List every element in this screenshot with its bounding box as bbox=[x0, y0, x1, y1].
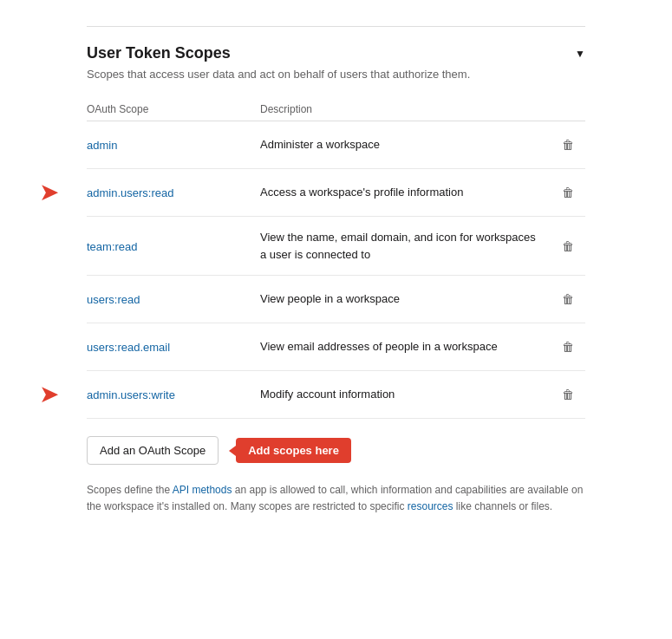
scope-name-users-read-email: users:read.email bbox=[87, 340, 260, 354]
resources-link[interactable]: resources bbox=[408, 500, 453, 512]
section-title-block: User Token Scopes bbox=[87, 44, 231, 62]
trash-icon-admin bbox=[562, 137, 574, 153]
scope-desc-users-read-email: View email addresses of people in a work… bbox=[260, 338, 551, 355]
scope-link-admin-users-write[interactable]: admin.users:write bbox=[87, 388, 175, 401]
main-container: User Token Scopes ▼ Scopes that access u… bbox=[0, 0, 672, 550]
scopes-table: OAuth Scope Description admin Administer… bbox=[87, 98, 585, 419]
add-oauth-scope-button[interactable]: Add an OAuth Scope bbox=[87, 436, 219, 465]
red-arrow-admin-users-write: ➤ bbox=[39, 382, 59, 407]
delete-team-read-button[interactable] bbox=[551, 235, 585, 258]
scope-desc-admin: Administer a workspace bbox=[260, 136, 551, 153]
arrow-container-2: ➤ admin.users:write bbox=[87, 388, 260, 401]
add-scopes-tooltip: Add scopes here bbox=[236, 438, 351, 463]
section-subtitle: Scopes that access user data and act on … bbox=[87, 68, 585, 81]
scope-link-admin[interactable]: admin bbox=[87, 139, 117, 152]
scope-row-users-read-email: users:read.email View email addresses of… bbox=[87, 323, 585, 371]
trash-icon-admin-users-read bbox=[562, 185, 574, 200]
scope-link-users-read-email[interactable]: users:read.email bbox=[87, 341, 170, 354]
scope-name-team-read: team:read bbox=[87, 239, 260, 253]
scope-desc-users-read: View people in a workspace bbox=[260, 290, 551, 308]
scope-link-admin-users-read[interactable]: admin.users:read bbox=[87, 186, 173, 199]
trash-icon-users-read bbox=[562, 291, 574, 307]
section-header: User Token Scopes ▼ bbox=[87, 26, 585, 62]
section-title: User Token Scopes bbox=[87, 44, 231, 62]
add-scope-row: Add an OAuth Scope Add scopes here bbox=[87, 436, 585, 465]
scope-desc-team-read: View the name, email domain, and icon fo… bbox=[260, 229, 551, 263]
scope-link-team-read[interactable]: team:read bbox=[87, 240, 138, 253]
delete-admin-users-write-button[interactable] bbox=[551, 383, 585, 406]
delete-admin-users-read-button[interactable] bbox=[551, 181, 585, 204]
scope-desc-admin-users-read: Access a workspace's profile information bbox=[260, 184, 551, 201]
footer-note-part3: like channels or files. bbox=[453, 500, 552, 512]
scope-row-team-read: team:read View the name, email domain, a… bbox=[87, 217, 585, 276]
scope-desc-admin-users-write: Modify account information bbox=[260, 386, 551, 403]
arrow-container-1: ➤ admin.users:read bbox=[87, 186, 260, 199]
scope-row-admin-users-write: ➤ admin.users:write Modify account infor… bbox=[87, 371, 585, 419]
footer-note: Scopes define the API methods an app is … bbox=[87, 482, 585, 515]
delete-admin-button[interactable] bbox=[551, 134, 585, 156]
header-description: Description bbox=[260, 103, 551, 115]
scope-link-users-read[interactable]: users:read bbox=[87, 293, 140, 306]
red-arrow-admin-users-read: ➤ bbox=[39, 180, 59, 205]
api-methods-link[interactable]: API methods bbox=[173, 484, 232, 496]
scope-row-users-read: users:read View people in a workspace bbox=[87, 276, 585, 323]
footer-section: Add an OAuth Scope Add scopes here Scope… bbox=[87, 419, 585, 524]
trash-icon-users-read-email bbox=[562, 339, 574, 355]
scope-row-admin-users-read: ➤ admin.users:read Access a workspace's … bbox=[87, 169, 585, 217]
scope-name-admin: admin bbox=[87, 138, 260, 152]
chevron-down-icon[interactable]: ▼ bbox=[575, 48, 585, 60]
header-scope: OAuth Scope bbox=[87, 103, 260, 115]
table-header: OAuth Scope Description bbox=[87, 98, 585, 121]
footer-note-part1: Scopes define the bbox=[87, 484, 173, 496]
trash-icon-admin-users-write bbox=[562, 387, 574, 402]
trash-icon-team-read bbox=[562, 238, 574, 254]
delete-users-read-email-button[interactable] bbox=[551, 336, 585, 358]
scope-row-admin: admin Administer a workspace bbox=[87, 121, 585, 169]
header-actions bbox=[551, 103, 585, 115]
scope-name-users-read: users:read bbox=[87, 292, 260, 306]
delete-users-read-button[interactable] bbox=[551, 288, 585, 310]
